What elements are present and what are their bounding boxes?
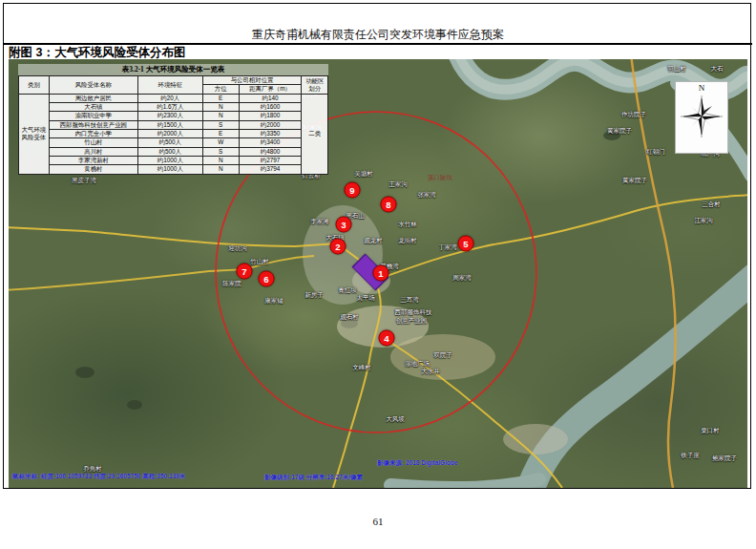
status-imagery-source: 影像来源: 2018 DigitalGlobe [377,459,458,468]
map-place-label: 三耳湾 [400,296,419,305]
cell-category: 大气环境风险受体 [19,94,50,174]
cell-distance: 约4800 [239,147,302,156]
cell-distance: 约1800 [239,112,302,120]
road [379,195,747,279]
cell-receptor-name: 李家湾新村 [49,156,137,164]
map-place-label: 吴塘村 [354,170,373,179]
compass-north-label: N [676,82,727,94]
map-place-label: 大水井 [421,368,440,376]
page-number: 61 [0,516,756,527]
table-row: 黄桷村约1000人N约3794 [19,165,328,174]
cell-receptor-name: 高川村 [49,147,137,156]
status-mouse-coordinates: 鼠标坐标: 经度:106.1059733 纬度:29.1605750 高程:35… [12,473,185,481]
cell-distance: 约3350 [239,129,302,137]
map-place-label: 李家滩 [310,218,329,226]
cell-distance: 约1600 [239,102,302,111]
th-zone: 功能区划分 [302,76,328,95]
risk-marker-5: 5 [458,236,474,252]
risk-marker-6: 6 [259,271,275,287]
cell-distance: 约2000 [239,120,302,129]
cell-feature: 约1.6万人 [137,102,202,111]
risk-marker-9: 9 [345,182,361,199]
risk-receptor-table: 表3.2-1 大气环境风险受体一览表 类别 风险受体名称 环境特征 与公司相对位… [18,64,328,175]
cell-direction: N [202,165,239,174]
risk-marker-8: 8 [381,197,397,213]
map-place-label: 太平场 [356,294,375,303]
cell-direction: W [202,138,239,147]
river-bottom [390,479,539,488]
risk-marker-2: 2 [330,239,346,255]
map-place-label: 创意产业园 [396,317,428,326]
map-place-label: 张家湾 [417,191,436,200]
table-row: 高川村约500人S约4800 [19,147,328,156]
risk-marker-7: 7 [237,264,253,280]
cell-feature: 约2300人 [137,112,202,120]
map-place-label: 黑皮子湾 [72,177,96,185]
cell-direction: N [202,102,239,111]
table-row: 大石镇约1.6万人N约1600 [19,102,328,111]
table-row: 大气环境风险受体周边散户居民约20人E约140二类 [19,94,328,102]
map: 吴口村利滩场灯云桥吴塘村王家沟张家湾溪口陡坎黑石山李家滩大石镇观龙村龙街村水竹林… [9,59,747,488]
map-place-label: 青扛坝 [338,286,357,295]
map-place-label: 红朝门 [646,148,665,157]
cell-direction: N [202,112,239,120]
compass-star-icon [681,94,723,139]
map-place-label: 康家铺 [264,297,284,306]
status-imagery-level: 影像级别:17级 分辨率:16.27米/像素 [264,474,363,482]
risk-marker-1: 1 [373,265,389,282]
risk-marker-4: 4 [379,330,395,347]
table-row: 李家湾新村约1000人N约2797 [19,156,328,164]
map-place-label: 鲍家院子 [712,454,737,463]
map-place-label: 黄家院子 [607,127,632,136]
cell-direction: S [202,147,239,156]
cell-receptor-name: 大石镇 [49,102,137,111]
table-header-row: 类别 风险受体名称 环境特征 与公司相对位置 功能区划分 [19,76,328,85]
th-direction: 方位 [202,85,239,94]
map-place-label: 作坊院子 [621,111,646,119]
lake [127,400,142,410]
th-receptor: 风险受体名称 [49,76,137,95]
document-header-title: 重庆奇甫机械有限责任公司突发环境事件应急预案 [4,27,752,43]
compass-rose: N [675,81,728,154]
cell-direction: N [202,156,239,164]
map-place-label: 黄家院子 [622,177,647,185]
table-row: 竹山村约500人W约3400 [19,138,328,147]
map-place-label: 江家沟 [694,217,713,225]
map-place-label: 周家湾 [452,274,472,283]
cell-receptor-name: 竹山村 [49,138,137,147]
cell-receptor-name: 渝南职业中学 [49,112,137,120]
highway [631,59,676,488]
document-page: 重庆奇甫机械有限责任公司突发环境事件应急预案 附图 3：大气环境风险受体分布图 [0,0,756,549]
th-feature: 环境特征 [137,76,202,95]
cell-feature: 约1000人 [137,165,202,174]
th-category: 类别 [19,76,50,95]
cell-feature: 约500人 [137,138,202,147]
map-place-label: 王家沟 [388,180,408,189]
map-place-label: 观龙村 [364,237,383,245]
cell-distance: 约3794 [239,165,302,174]
cell-zone: 二类 [302,94,328,174]
cell-receptor-name: 内口完全小学 [49,129,137,137]
table-row: 西部服饰科技创意产业园约1500人S约2000 [19,120,328,129]
cell-direction: E [202,129,239,137]
map-place-label: 三合村 [702,201,721,209]
risk-marker-3: 3 [336,217,352,233]
th-distance: 距离厂界（m） [239,85,302,94]
map-place-label: 羽山村 [667,65,686,74]
map-place-label: 双院子 [433,351,452,360]
map-place-label: 龙街村 [398,237,417,245]
table-row: 内口完全小学约2000人E约3350 [19,129,328,137]
cell-feature: 约1500人 [137,120,202,129]
map-place-label: 新房子 [304,291,324,300]
cell-feature: 约20人 [137,94,202,102]
table-row: 渝南职业中学约2300人N约1800 [19,112,328,120]
th-position-group: 与公司相对位置 [202,76,302,85]
cell-distance: 约2797 [239,156,302,164]
cell-receptor-name: 西部服饰科技创意产业园 [49,120,137,129]
cell-distance: 约3400 [239,138,302,147]
cell-feature: 约500人 [137,147,202,156]
cell-direction: E [202,94,239,102]
map-place-label: 文峰村 [352,364,371,372]
cell-receptor-name: 黄桷村 [49,165,137,174]
map-place-label: 溪口陡坎 [428,174,452,182]
